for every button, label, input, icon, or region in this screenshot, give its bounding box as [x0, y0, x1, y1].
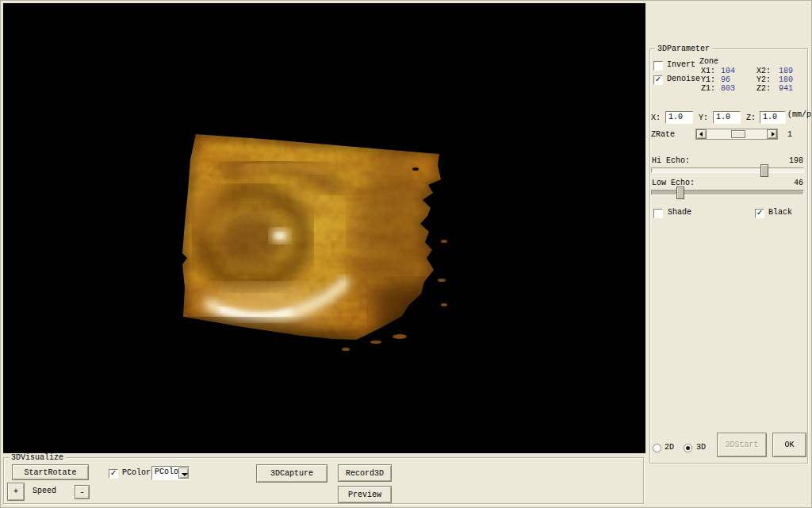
hi-echo-slider-track[interactable] — [651, 167, 804, 173]
3dstart-button[interactable]: 3DStart — [717, 433, 767, 457]
invert-checkbox[interactable] — [653, 61, 663, 71]
zone-z2-value: 941 — [779, 84, 793, 94]
zrate-scrollbar[interactable] — [695, 129, 778, 140]
low-echo-slider-track[interactable] — [651, 190, 804, 195]
scale-z-input[interactable]: 1.0 — [760, 111, 786, 124]
zrate-label: ZRate — [651, 130, 675, 140]
zone-z1-value: 803 — [721, 84, 735, 94]
mode-3d-radio[interactable] — [684, 444, 692, 452]
shade-label: Shade — [668, 208, 691, 217]
denoise-checkbox[interactable] — [653, 75, 663, 85]
parameter-group-title: 3DParameter — [655, 44, 712, 53]
black-checkbox[interactable] — [755, 209, 764, 218]
low-echo-value: 46 — [772, 179, 803, 188]
speed-plus-button[interactable]: + — [7, 483, 25, 501]
zrate-scroll-thumb[interactable] — [731, 130, 745, 138]
app-window: 3DParameter Invert Denoise Zone X1: 104 … — [0, 0, 812, 508]
hi-echo-slider-thumb[interactable] — [760, 164, 768, 177]
scale-y-label: Y: — [699, 114, 708, 123]
shade-checkbox[interactable] — [653, 209, 663, 218]
visualize-group-title: 3DVisualize — [9, 453, 66, 462]
scale-x-label: X: — [651, 114, 661, 123]
invert-label: Invert — [667, 60, 695, 70]
hi-echo-label: Hi Echo: — [652, 156, 690, 166]
pcolor-dropdown-arrow-icon[interactable] — [178, 468, 189, 479]
mode-3d-label: 3D — [696, 443, 706, 452]
3dcapture-button[interactable]: 3DCapture — [256, 464, 327, 483]
hi-echo-value: 198 — [772, 156, 803, 166]
speed-minus-button[interactable]: - — [75, 485, 90, 499]
speed-label: Speed — [33, 487, 56, 496]
low-echo-label: Low Echo: — [652, 179, 695, 188]
preview-button[interactable]: Preview — [338, 486, 392, 503]
pcolor-checkbox[interactable] — [109, 469, 118, 479]
render-viewport[interactable] — [3, 3, 645, 453]
zrate-scroll-left-button[interactable] — [696, 129, 707, 139]
zrate-scroll-right-button[interactable] — [767, 129, 777, 139]
zone-z1-label: Z1: — [701, 84, 715, 94]
ultrasound-volume — [3, 3, 645, 453]
scale-x-input[interactable]: 1.0 — [665, 111, 693, 124]
zrate-value: 1 — [787, 130, 792, 140]
mode-2d-radio[interactable] — [653, 444, 661, 452]
denoise-label: Denoise — [667, 75, 700, 84]
scale-unit-label: (mm/p) — [787, 110, 812, 120]
zone-z2-label: Z2: — [756, 84, 771, 94]
zone-title: Zone — [699, 57, 718, 67]
scale-y-input[interactable]: 1.0 — [713, 111, 741, 124]
pcolor-label: PColor — [122, 468, 151, 478]
record3d-button[interactable]: Record3D — [338, 464, 392, 482]
start-rotate-button[interactable]: StartRotate — [12, 464, 89, 480]
black-label: Black — [768, 208, 792, 217]
low-echo-slider-thumb[interactable] — [676, 187, 684, 199]
ok-button[interactable]: OK — [772, 433, 806, 457]
mode-2d-label: 2D — [665, 443, 674, 452]
scale-z-label: Z: — [746, 114, 756, 123]
